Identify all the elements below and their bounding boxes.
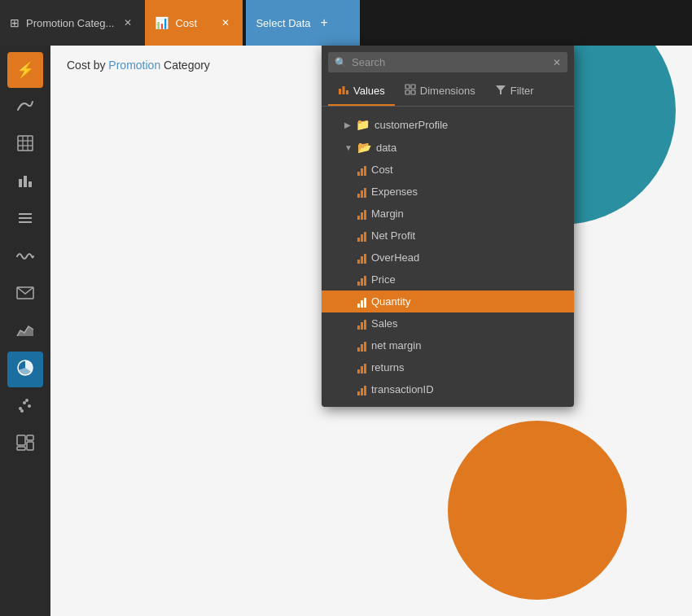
sidebar-item-scatter[interactable] xyxy=(7,389,43,425)
scatter-icon xyxy=(16,396,34,418)
quantity-item-label: Quantity xyxy=(371,295,410,308)
bar-chart-icon xyxy=(17,173,33,193)
sidebar-item-area-chart[interactable] xyxy=(7,314,43,350)
svg-point-16 xyxy=(25,399,28,402)
tree-item-margin[interactable]: Margin xyxy=(322,203,574,225)
cost-tab-icon: 📊 xyxy=(155,16,169,29)
svg-rect-26 xyxy=(411,85,415,89)
net-margin-item-label: net margin xyxy=(371,339,421,352)
values-tab-label: Values xyxy=(353,85,385,97)
list-icon xyxy=(17,212,33,229)
overhead-item-label: OverHead xyxy=(371,251,419,264)
sidebar-item-envelope[interactable] xyxy=(7,277,43,312)
pie-chart-icon xyxy=(16,359,34,381)
tab-filter[interactable]: Filter xyxy=(485,77,544,106)
svg-point-15 xyxy=(28,404,31,408)
tab-promotion[interactable]: ⊞ Promotion Categ... ✕ xyxy=(0,0,145,46)
bar-chart-small-icon-sales xyxy=(357,318,366,330)
bar-chart-small-icon-quantity xyxy=(357,296,366,308)
select-data-panel: 🔍 ✕ Values xyxy=(322,46,574,407)
sidebar: ⚡ xyxy=(0,46,50,616)
table-icon xyxy=(17,135,33,155)
tree-item-sales[interactable]: Sales xyxy=(322,312,574,334)
sidebar-item-list[interactable] xyxy=(7,202,43,238)
bar-chart-small-icon-returns xyxy=(357,362,366,374)
svg-rect-28 xyxy=(411,90,415,94)
sidebar-item-bar-chart[interactable] xyxy=(7,164,43,200)
promotion-tab-label: Promotion Categ... xyxy=(26,17,114,29)
main-area: ⚡ xyxy=(0,46,692,616)
select-data-tab-plus: + xyxy=(321,15,328,30)
folder-icon-data: 📂 xyxy=(357,141,371,154)
tab-bar: ⊞ Promotion Categ... ✕ 📊 Cost ✕ Select D… xyxy=(0,0,692,46)
search-input[interactable] xyxy=(352,56,548,68)
tree-group-customerProfile[interactable]: ▶ 📁 customerProfile xyxy=(322,113,574,136)
area-chart-icon xyxy=(16,323,34,342)
svg-rect-0 xyxy=(18,136,33,151)
svg-rect-5 xyxy=(19,179,22,187)
chevron-right-icon: ▶ xyxy=(344,120,351,129)
values-tab-icon xyxy=(338,84,349,98)
tree-item-transactionid[interactable]: transactionID xyxy=(322,378,574,400)
tree-item-cost[interactable]: Cost xyxy=(322,159,574,181)
sidebar-item-table[interactable] xyxy=(7,127,43,163)
svg-rect-20 xyxy=(27,442,33,450)
tree-item-net-margin[interactable]: net margin xyxy=(322,334,574,356)
tab-dimensions[interactable]: Dimensions xyxy=(395,77,485,106)
tree-item-price[interactable]: Price xyxy=(322,269,574,291)
bar-chart-small-icon-netmargin xyxy=(357,340,366,352)
margin-item-label: Margin xyxy=(371,208,404,220)
curve-icon xyxy=(16,98,34,117)
svg-rect-25 xyxy=(405,85,410,89)
sales-item-label: Sales xyxy=(371,317,398,330)
svg-rect-6 xyxy=(24,176,27,187)
cost-tab-close[interactable]: ✕ xyxy=(218,15,233,30)
tree-item-overhead[interactable]: OverHead xyxy=(322,247,574,269)
sidebar-item-curve[interactable] xyxy=(7,90,43,125)
svg-rect-18 xyxy=(17,435,25,445)
svg-rect-27 xyxy=(405,90,410,94)
tree-group-data[interactable]: ▼ 📂 data xyxy=(322,136,574,159)
wave-icon xyxy=(16,249,34,266)
svg-rect-21 xyxy=(17,447,25,450)
dropdown-tabs: Values Dimensions xyxy=(322,77,574,107)
bar-chart-small-icon-price xyxy=(357,274,366,286)
tree-item-netprofit[interactable]: Net Profit xyxy=(322,225,574,247)
tree-item-quantity[interactable]: Quantity xyxy=(322,291,574,312)
tab-select-data[interactable]: Select Data + xyxy=(246,0,360,46)
sidebar-item-pie-chart[interactable] xyxy=(7,352,43,387)
search-clear-icon[interactable]: ✕ xyxy=(553,57,561,68)
svg-rect-22 xyxy=(339,89,341,94)
data-tree: ▶ 📁 customerProfile ▼ 📂 data Cost xyxy=(322,110,574,407)
tree-item-expenses[interactable]: Expenses xyxy=(322,181,574,203)
chevron-down-icon: ▼ xyxy=(344,143,353,152)
bar-chart-small-icon-expenses xyxy=(357,186,366,198)
treemap-icon xyxy=(16,435,34,455)
logo-icon: ⚡ xyxy=(16,61,34,79)
promotion-tab-close[interactable]: ✕ xyxy=(120,15,135,30)
sidebar-item-logo[interactable]: ⚡ xyxy=(7,52,43,88)
data-group-label: data xyxy=(376,142,396,154)
bar-chart-small-icon xyxy=(357,164,366,176)
tab-cost[interactable]: 📊 Cost ✕ xyxy=(145,0,243,46)
sidebar-item-treemap[interactable] xyxy=(7,426,43,462)
bar-chart-small-icon-overhead xyxy=(357,252,366,264)
tree-item-returns[interactable]: returns xyxy=(322,356,574,378)
search-bar: 🔍 ✕ xyxy=(328,52,567,72)
tab-values[interactable]: Values xyxy=(328,77,395,106)
svg-marker-29 xyxy=(496,85,506,94)
svg-point-14 xyxy=(23,401,26,404)
bar-chart-small-icon-transactionid xyxy=(357,384,366,395)
expenses-item-label: Expenses xyxy=(371,186,418,198)
svg-point-17 xyxy=(20,409,24,413)
bar-chart-small-icon-netprofit xyxy=(357,230,366,242)
transactionid-item-label: transactionID xyxy=(371,383,434,395)
select-data-tab-label: Select Data xyxy=(256,17,310,29)
customerProfile-label: customerProfile xyxy=(374,119,448,131)
search-icon: 🔍 xyxy=(335,57,347,68)
filter-tab-icon xyxy=(495,84,506,98)
svg-rect-23 xyxy=(343,86,345,94)
dimensions-tab-label: Dimensions xyxy=(420,85,475,97)
folder-icon-customerProfile: 📁 xyxy=(356,118,370,131)
sidebar-item-wave[interactable] xyxy=(7,239,43,275)
